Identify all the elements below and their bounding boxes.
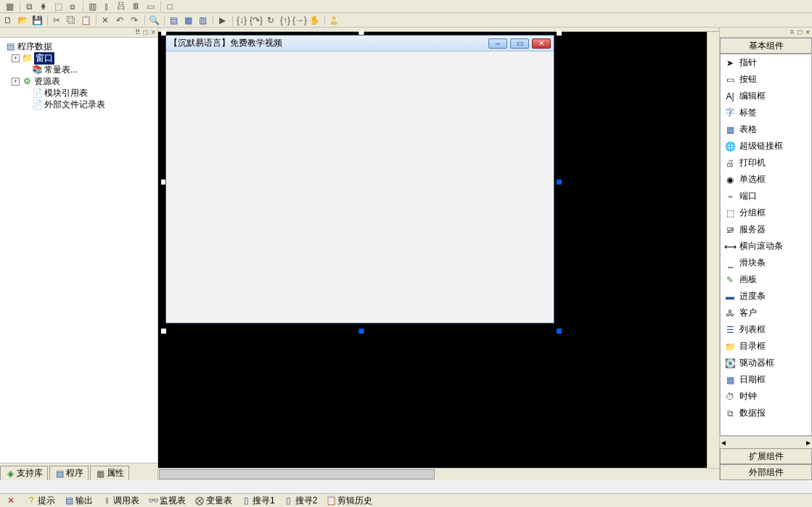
center-designer[interactable]: 【沉默易语言】免费教学视频 – ▭ ✕ [158,28,720,480]
step2-icon[interactable]: {↷} [250,15,263,26]
resize-handle[interactable] [359,329,364,334]
close-button[interactable]: ✕ [532,38,551,49]
undo-icon[interactable]: ↶ [113,15,126,26]
minimize-button[interactable]: – [488,38,507,49]
hand-icon[interactable]: ✋ [308,15,321,26]
tool-pointer[interactable]: ➤指针 [721,54,811,71]
toolbox-scrollbar[interactable]: ◂ ▸ [720,436,812,448]
left-panel-header[interactable]: ⠿ □ × [0,28,157,38]
toolbox-stack-external[interactable]: 外部组件 [720,464,812,480]
step1-icon[interactable]: {↓} [235,15,248,26]
step3-icon[interactable]: ↻ [264,15,277,26]
tool-icon-d[interactable]: ⬚ [52,1,65,12]
tree-item-resource[interactable]: + ⚙ 资源表 [1,75,156,87]
step4-icon[interactable]: {↑} [279,15,292,26]
expander-icon[interactable]: + [12,78,20,86]
tool-icon-b[interactable]: ⧉ [22,1,36,12]
tool-grid[interactable]: ▦表格 [721,121,811,138]
bottom-tab-x[interactable]: ✕ [3,495,20,506]
tree-item-window[interactable]: + 📁 窗口 [1,52,156,64]
scroll-thumb[interactable] [159,469,435,479]
tool-icon-f[interactable]: ▥ [86,1,99,12]
expander-icon[interactable]: + [12,54,20,62]
tool-icon-j[interactable]: ▭ [144,1,157,12]
tool-progress[interactable]: ▬进度条 [721,288,811,305]
vertical-scrollbar[interactable] [707,32,719,468]
tool-printer[interactable]: 🖨打印机 [721,154,811,171]
horizontal-scrollbar[interactable] [158,468,719,480]
layout1-icon[interactable]: ▤ [167,15,180,26]
run-icon[interactable]: ▶ [216,15,229,26]
tree-item-const[interactable]: 📚 常量表... [1,64,156,75]
tree-item-external[interactable]: 📄 外部文件记录表 [1,99,156,110]
tool-clock[interactable]: ⏱时钟 [721,388,811,405]
cut-icon[interactable]: ✂ [50,15,63,26]
tool-datagram[interactable]: ⧉数据报 [721,405,811,421]
bottom-tab-tips[interactable]: ?提示 [23,495,58,506]
tool-datebox[interactable]: ▦日期框 [721,371,811,388]
bottom-tab-vars[interactable]: ⨂变量表 [192,495,235,506]
resize-handle[interactable] [557,180,562,185]
tool-groupbox[interactable]: ⬚分组框 [721,205,811,221]
copy-icon[interactable]: ⿻ [65,15,78,26]
tab-support-lib[interactable]: ◈ 支持库 [0,466,48,480]
tool-icon-e[interactable]: ⧈ [66,1,79,12]
layout2-icon[interactable]: ▦ [181,15,194,26]
tool-canvas[interactable]: ✎画板 [721,271,811,288]
paste-icon[interactable]: 📋 [79,15,92,26]
tool-icon-g[interactable]: ⫿ [100,1,113,12]
form-client-area[interactable] [166,51,554,323]
design-form-window[interactable]: 【沉默易语言】免费教学视频 – ▭ ✕ [165,35,554,323]
bottom-tab-clip[interactable]: 📋剪辑历史 [323,495,375,506]
person-icon[interactable] [327,15,340,26]
tool-edit[interactable]: A|编辑框 [721,88,811,104]
tool-label[interactable]: 字标签 [721,104,811,121]
scroll-right-icon[interactable]: ▸ [806,437,811,448]
resize-handle[interactable] [161,329,166,334]
maximize-button[interactable]: ▭ [510,38,529,49]
delete-icon[interactable]: ✕ [99,15,112,26]
step5-icon[interactable]: {→} [293,15,306,26]
toolbox-stack-basic[interactable]: 基本组件 [720,38,812,54]
tool-hyperlink[interactable]: 🌐超级链接框 [721,138,811,154]
resize-handle[interactable] [557,329,562,334]
listbox-icon: ☰ [723,323,737,337]
project-tree[interactable]: ▤ 程序数据 + 📁 窗口 📚 常量表... + ⚙ 资源表 📄 模块 [0,38,157,463]
tool-button[interactable]: ▭按钮 [721,71,811,88]
tool-icon-h[interactable]: 吕 [115,1,128,12]
new-icon[interactable]: 🗋 [1,15,15,26]
tool-port[interactable]: ⌁端口 [721,188,811,205]
tool-icon-i[interactable]: Ⅲ [129,1,142,12]
right-panel-header[interactable]: = □ × [720,28,812,38]
toolbox-stack-extended[interactable]: 扩展组件 [720,448,812,464]
bottom-tab-watch[interactable]: 👓监视表 [145,495,189,506]
tool-icon-a[interactable]: ▦ [3,1,16,12]
tool-icon-c[interactable]: ⧳ [37,1,50,12]
resize-handle[interactable] [557,30,562,36]
tool-client[interactable]: 🖧客户 [721,305,811,321]
tool-icon-k[interactable]: □ [163,1,176,12]
form-titlebar[interactable]: 【沉默易语言】免费教学视频 – ▭ ✕ [166,36,554,51]
bottom-tab-search1[interactable]: ▯搜寻1 [238,495,278,506]
tool-server[interactable]: 🖳服务器 [721,221,811,238]
save-icon[interactable]: 💾 [30,15,44,26]
tool-listbox[interactable]: ☰列表框 [721,321,811,338]
bottom-tab-output[interactable]: ▤输出 [61,495,96,506]
tool-slider[interactable]: ⎯滑块条 [721,255,811,271]
find-icon[interactable]: 🔍 [147,15,160,26]
tool-drivebox[interactable]: 💽驱动器框 [721,355,811,371]
layout3-icon[interactable]: ▥ [196,15,209,26]
tool-radio[interactable]: ◉单选框 [721,171,811,188]
tab-properties[interactable]: ▦ 属性 [90,466,129,480]
bottom-tab-calltable[interactable]: ⦀调用表 [99,495,142,506]
tool-dirbox[interactable]: 📁目录框 [721,338,811,355]
tab-program[interactable]: ▤ 程序 [49,466,89,480]
bottom-tab-search2[interactable]: ▯搜寻2 [281,495,321,506]
tree-root[interactable]: ▤ 程序数据 [1,41,156,52]
open-icon[interactable]: 📂 [16,15,29,26]
scroll-left-icon[interactable]: ◂ [721,437,726,448]
toolbox-list[interactable]: ➤指针 ▭按钮 A|编辑框 字标签 ▦表格 🌐超级链接框 🖨打印机 ◉单选框 ⌁… [720,54,812,436]
redo-icon[interactable]: ↷ [128,15,141,26]
tree-item-module[interactable]: 📄 模块引用表 [1,87,156,99]
tool-hscroll[interactable]: ⟷横向滚动条 [721,238,811,255]
